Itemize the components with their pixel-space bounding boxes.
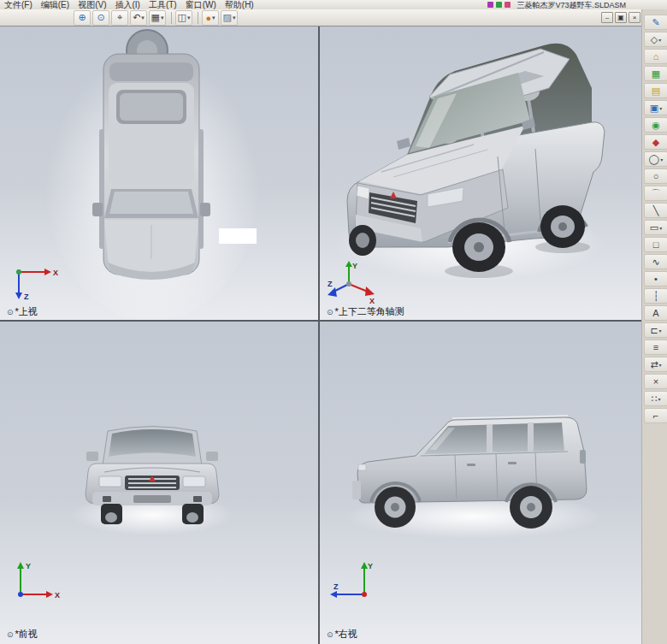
menubar-right-cluster: 三菱帕杰罗V73越野车.SLDASM bbox=[487, 1, 626, 9]
window-controls: –▣× bbox=[601, 12, 640, 23]
view-name: *上视 bbox=[15, 305, 38, 318]
zoom-fit-icon[interactable]: ⊙ bbox=[92, 10, 109, 26]
restore-button[interactable]: ▣ bbox=[615, 12, 627, 23]
menu-item-4[interactable]: 工具(T) bbox=[145, 0, 181, 9]
view-name: *右视 bbox=[335, 628, 357, 641]
orientation-triad: Y X bbox=[10, 560, 62, 601]
fillet-icon[interactable]: ⌐ bbox=[644, 408, 667, 423]
toolbar-separator bbox=[198, 12, 198, 24]
view-camera-icon: ⊙ bbox=[327, 630, 334, 639]
linear-pattern-icon[interactable]: ∷▾ bbox=[644, 391, 667, 406]
markup-icon[interactable]: ◆ bbox=[644, 134, 667, 150]
dropdown-arrow-icon[interactable]: ▾ bbox=[212, 15, 215, 21]
spline-icon[interactable]: ∿ bbox=[644, 254, 667, 269]
view-label: ⊙ *上下二等角轴测 bbox=[327, 305, 404, 318]
sketch-tools-sidebar: ✎◇▾⌂▦▤▣▾◉◆◯▾○⌒╲▭▾□∿•┆A⊏▾≡⇄▾×∷▾⌐ bbox=[641, 9, 667, 644]
menu-item-0[interactable]: 文件(F) bbox=[0, 0, 37, 9]
solidworks-window: 文件(F)编辑(E)视图(V)插入(I)工具(T)窗口(W)帮助(H) 三菱帕杰… bbox=[0, 0, 667, 644]
dropdown-arrow-icon[interactable]: ▾ bbox=[659, 328, 662, 334]
minimize-button[interactable]: – bbox=[601, 12, 613, 23]
open-folder-icon[interactable]: ▤ bbox=[644, 83, 667, 98]
view-toolbar: ⊕⊙⌖↶▾▦▾◫▾●▾▨▾ bbox=[0, 9, 641, 27]
graphics-area: X Z ⊙ *上视 bbox=[0, 27, 641, 644]
sketch-icon[interactable]: ✎ bbox=[644, 15, 667, 30]
convert-entities-icon[interactable]: ⊏▾ bbox=[644, 322, 667, 338]
viewport-top-view[interactable]: X Z ⊙ *上视 bbox=[0, 27, 318, 320]
close-button[interactable]: × bbox=[629, 12, 640, 23]
dropdown-arrow-icon[interactable]: ▾ bbox=[660, 157, 663, 162]
scene-icon[interactable]: ▨▾ bbox=[221, 10, 238, 26]
view-name: *前视 bbox=[15, 628, 38, 641]
centerline-icon[interactable]: ┆ bbox=[644, 288, 667, 304]
axis-label-x: X bbox=[53, 269, 58, 277]
previous-view-icon[interactable]: ↶▾ bbox=[130, 10, 147, 26]
view-name: *上下二等角轴测 bbox=[335, 305, 404, 318]
menu-item-6[interactable]: 帮助(H) bbox=[221, 0, 258, 9]
arc-icon[interactable]: ⌒ bbox=[644, 186, 667, 201]
menu-items: 文件(F)编辑(E)视图(V)插入(I)工具(T)窗口(W)帮助(H) bbox=[0, 1, 258, 9]
toolbar-separator bbox=[171, 12, 172, 24]
smart-dimension-icon[interactable]: ◇▾ bbox=[644, 32, 667, 47]
line-icon[interactable]: ╲ bbox=[644, 203, 667, 218]
viewport-splitter-horizontal[interactable] bbox=[0, 320, 641, 322]
axis-label-z: Z bbox=[328, 280, 333, 288]
rectangle-icon[interactable]: ▭▾ bbox=[644, 220, 667, 235]
zoom-in-icon[interactable]: ⊕ bbox=[74, 10, 91, 26]
circle-icon[interactable]: ○ bbox=[644, 168, 667, 184]
view-label: ⊙ *上视 bbox=[7, 305, 38, 318]
viewport-icon[interactable]: ▣▾ bbox=[644, 100, 667, 115]
text-icon[interactable]: A bbox=[644, 305, 667, 321]
dropdown-arrow-icon[interactable]: ▾ bbox=[658, 37, 661, 43]
globe-icon[interactable]: ◉ bbox=[644, 117, 667, 133]
toolbar-icons: ⊕⊙⌖↶▾▦▾◫▾●▾▨▾ bbox=[74, 10, 239, 26]
menubar-mini-icon-2[interactable] bbox=[496, 2, 502, 8]
standard-views-icon[interactable]: ⌂ bbox=[644, 49, 667, 64]
view-label: ⊙ *右视 bbox=[327, 628, 357, 641]
polygon-icon[interactable]: □ bbox=[644, 237, 667, 252]
menu-item-5[interactable]: 窗口(W) bbox=[181, 0, 221, 9]
dropdown-arrow-icon[interactable]: ▾ bbox=[161, 15, 164, 21]
orientation-triad: Y X Z bbox=[327, 260, 378, 304]
axis-label-z: Z bbox=[24, 292, 29, 301]
axis-label-x: X bbox=[55, 591, 60, 600]
menubar-mini-icon-3[interactable] bbox=[505, 2, 511, 8]
axis-label-y: Y bbox=[352, 262, 357, 270]
view-camera-icon: ⊙ bbox=[327, 308, 334, 316]
dropdown-arrow-icon[interactable]: ▾ bbox=[233, 15, 236, 21]
zoom-area-icon[interactable]: ⌖ bbox=[111, 10, 128, 26]
axis-label-x: X bbox=[369, 297, 375, 304]
grid-system-icon[interactable]: ▦ bbox=[644, 66, 667, 81]
mirror-entities-icon[interactable]: ⇄▾ bbox=[644, 357, 667, 372]
appearance-icon[interactable]: ●▾ bbox=[202, 10, 219, 26]
ellipse-icon[interactable]: ◯▾ bbox=[644, 151, 667, 167]
view-label: ⊙ *前视 bbox=[7, 628, 38, 641]
viewport-front-view[interactable]: Y X ⊙ *前视 bbox=[0, 322, 318, 644]
menu-item-2[interactable]: 视图(V) bbox=[74, 0, 110, 9]
orientation-triad: X Z bbox=[10, 260, 62, 301]
dropdown-arrow-icon[interactable]: ▾ bbox=[659, 105, 662, 111]
viewport-isometric-view[interactable]: Y X Z ⊙ *上下二等角轴测 bbox=[320, 27, 641, 320]
dropdown-arrow-icon[interactable]: ▾ bbox=[658, 396, 660, 402]
menu-item-3[interactable]: 插入(I) bbox=[110, 0, 144, 9]
dropdown-arrow-icon[interactable]: ▾ bbox=[659, 225, 662, 231]
document-title: 三菱帕杰罗V73越野车.SLDASM bbox=[516, 1, 626, 9]
axis-label-z: Z bbox=[334, 582, 339, 591]
dropdown-arrow-icon[interactable]: ▾ bbox=[187, 15, 191, 21]
menubar-mini-icon-1[interactable] bbox=[487, 2, 493, 8]
dropdown-arrow-icon[interactable]: ▾ bbox=[141, 15, 145, 21]
view-camera-icon: ⊙ bbox=[7, 308, 14, 316]
menu-item-1[interactable]: 编辑(E) bbox=[37, 0, 74, 9]
trim-entities-icon[interactable]: × bbox=[644, 374, 667, 389]
dropdown-arrow-icon[interactable]: ▾ bbox=[659, 362, 662, 368]
viewport-splitter-vertical[interactable] bbox=[318, 27, 320, 644]
axis-label-y: Y bbox=[26, 562, 31, 570]
viewport-layout-icon[interactable]: ▦▾ bbox=[149, 10, 166, 26]
point-icon[interactable]: • bbox=[644, 271, 667, 287]
orientation-triad: Y Z bbox=[325, 560, 376, 601]
display-style-icon[interactable]: ◫▾ bbox=[175, 10, 192, 26]
axis-label-y: Y bbox=[368, 562, 373, 570]
offset-entities-icon[interactable]: ≡ bbox=[644, 340, 667, 355]
view-camera-icon: ⊙ bbox=[7, 630, 14, 639]
viewport-right-view[interactable]: Y Z ⊙ *右视 bbox=[320, 322, 641, 644]
